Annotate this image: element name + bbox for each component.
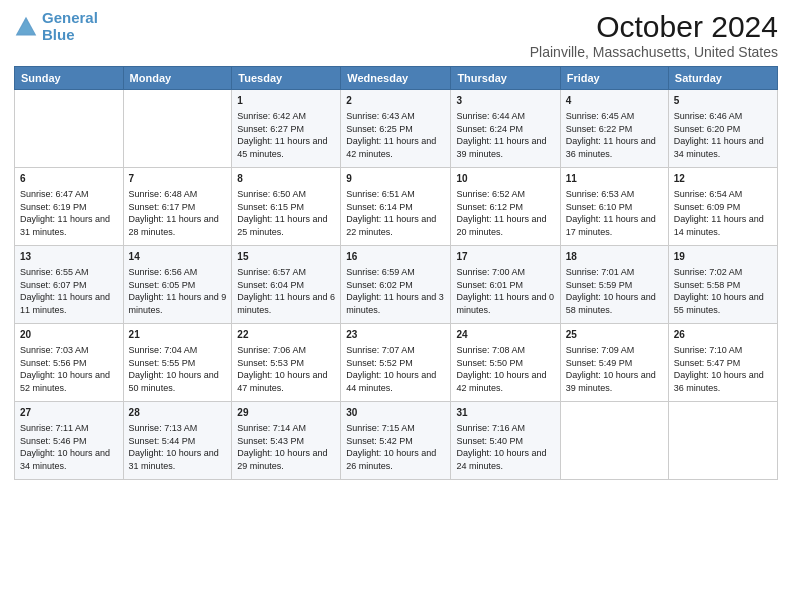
daylight-text: Daylight: 11 hours and 0 minutes. (456, 292, 554, 315)
sunrise-text: Sunrise: 6:56 AM (129, 267, 198, 277)
sunrise-text: Sunrise: 7:09 AM (566, 345, 635, 355)
day-number: 24 (456, 328, 554, 342)
day-number: 21 (129, 328, 227, 342)
sunset-text: Sunset: 5:49 PM (566, 358, 633, 368)
daylight-text: Daylight: 11 hours and 6 minutes. (237, 292, 335, 315)
sunrise-text: Sunrise: 6:52 AM (456, 189, 525, 199)
sunset-text: Sunset: 6:27 PM (237, 124, 304, 134)
calendar-cell: 20Sunrise: 7:03 AMSunset: 5:56 PMDayligh… (15, 324, 124, 402)
sunset-text: Sunset: 5:44 PM (129, 436, 196, 446)
sunset-text: Sunset: 6:09 PM (674, 202, 741, 212)
daylight-text: Daylight: 10 hours and 39 minutes. (566, 370, 656, 393)
sunrise-text: Sunrise: 6:55 AM (20, 267, 89, 277)
sunset-text: Sunset: 6:02 PM (346, 280, 413, 290)
weekday-monday: Monday (123, 67, 232, 90)
sunrise-text: Sunrise: 7:03 AM (20, 345, 89, 355)
calendar-cell: 1Sunrise: 6:42 AMSunset: 6:27 PMDaylight… (232, 90, 341, 168)
daylight-text: Daylight: 11 hours and 11 minutes. (20, 292, 110, 315)
calendar-cell: 30Sunrise: 7:15 AMSunset: 5:42 PMDayligh… (341, 402, 451, 480)
sunrise-text: Sunrise: 7:04 AM (129, 345, 198, 355)
sunset-text: Sunset: 6:24 PM (456, 124, 523, 134)
daylight-text: Daylight: 11 hours and 9 minutes. (129, 292, 227, 315)
daylight-text: Daylight: 10 hours and 44 minutes. (346, 370, 436, 393)
calendar-cell: 16Sunrise: 6:59 AMSunset: 6:02 PMDayligh… (341, 246, 451, 324)
calendar-cell: 25Sunrise: 7:09 AMSunset: 5:49 PMDayligh… (560, 324, 668, 402)
day-number: 7 (129, 172, 227, 186)
sunset-text: Sunset: 6:07 PM (20, 280, 87, 290)
sunrise-text: Sunrise: 7:13 AM (129, 423, 198, 433)
day-number: 12 (674, 172, 772, 186)
calendar-cell (668, 402, 777, 480)
calendar-row-2: 13Sunrise: 6:55 AMSunset: 6:07 PMDayligh… (15, 246, 778, 324)
day-number: 29 (237, 406, 335, 420)
weekday-saturday: Saturday (668, 67, 777, 90)
daylight-text: Daylight: 11 hours and 22 minutes. (346, 214, 436, 237)
sunset-text: Sunset: 5:50 PM (456, 358, 523, 368)
sunrise-text: Sunrise: 7:10 AM (674, 345, 743, 355)
logo: General Blue (14, 10, 98, 43)
calendar-cell: 10Sunrise: 6:52 AMSunset: 6:12 PMDayligh… (451, 168, 560, 246)
sunrise-text: Sunrise: 6:45 AM (566, 111, 635, 121)
sunset-text: Sunset: 5:59 PM (566, 280, 633, 290)
daylight-text: Daylight: 11 hours and 20 minutes. (456, 214, 546, 237)
day-number: 10 (456, 172, 554, 186)
title-block: October 2024 Plainville, Massachusetts, … (530, 10, 778, 60)
calendar-cell: 24Sunrise: 7:08 AMSunset: 5:50 PMDayligh… (451, 324, 560, 402)
day-number: 17 (456, 250, 554, 264)
sunrise-text: Sunrise: 6:48 AM (129, 189, 198, 199)
calendar-row-4: 27Sunrise: 7:11 AMSunset: 5:46 PMDayligh… (15, 402, 778, 480)
sunrise-text: Sunrise: 6:44 AM (456, 111, 525, 121)
daylight-text: Daylight: 10 hours and 58 minutes. (566, 292, 656, 315)
calendar-cell: 15Sunrise: 6:57 AMSunset: 6:04 PMDayligh… (232, 246, 341, 324)
sunrise-text: Sunrise: 6:57 AM (237, 267, 306, 277)
sunset-text: Sunset: 5:55 PM (129, 358, 196, 368)
calendar-cell: 14Sunrise: 6:56 AMSunset: 6:05 PMDayligh… (123, 246, 232, 324)
sunset-text: Sunset: 6:22 PM (566, 124, 633, 134)
calendar-cell: 2Sunrise: 6:43 AMSunset: 6:25 PMDaylight… (341, 90, 451, 168)
sunrise-text: Sunrise: 7:01 AM (566, 267, 635, 277)
sunrise-text: Sunrise: 7:06 AM (237, 345, 306, 355)
calendar-cell: 11Sunrise: 6:53 AMSunset: 6:10 PMDayligh… (560, 168, 668, 246)
weekday-tuesday: Tuesday (232, 67, 341, 90)
sunrise-text: Sunrise: 6:50 AM (237, 189, 306, 199)
calendar-cell: 19Sunrise: 7:02 AMSunset: 5:58 PMDayligh… (668, 246, 777, 324)
daylight-text: Daylight: 10 hours and 42 minutes. (456, 370, 546, 393)
sunrise-text: Sunrise: 6:42 AM (237, 111, 306, 121)
sunrise-text: Sunrise: 6:59 AM (346, 267, 415, 277)
sunrise-text: Sunrise: 7:02 AM (674, 267, 743, 277)
daylight-text: Daylight: 10 hours and 31 minutes. (129, 448, 219, 471)
daylight-text: Daylight: 10 hours and 55 minutes. (674, 292, 764, 315)
calendar-cell: 26Sunrise: 7:10 AMSunset: 5:47 PMDayligh… (668, 324, 777, 402)
sunset-text: Sunset: 5:40 PM (456, 436, 523, 446)
sunset-text: Sunset: 6:12 PM (456, 202, 523, 212)
sunset-text: Sunset: 5:46 PM (20, 436, 87, 446)
sunset-text: Sunset: 6:25 PM (346, 124, 413, 134)
day-number: 5 (674, 94, 772, 108)
calendar-cell: 23Sunrise: 7:07 AMSunset: 5:52 PMDayligh… (341, 324, 451, 402)
daylight-text: Daylight: 11 hours and 14 minutes. (674, 214, 764, 237)
calendar-cell (560, 402, 668, 480)
logo-line2: Blue (42, 26, 75, 43)
daylight-text: Daylight: 10 hours and 26 minutes. (346, 448, 436, 471)
calendar-cell: 3Sunrise: 6:44 AMSunset: 6:24 PMDaylight… (451, 90, 560, 168)
daylight-text: Daylight: 11 hours and 36 minutes. (566, 136, 656, 159)
daylight-text: Daylight: 10 hours and 52 minutes. (20, 370, 110, 393)
daylight-text: Daylight: 10 hours and 50 minutes. (129, 370, 219, 393)
sunrise-text: Sunrise: 7:16 AM (456, 423, 525, 433)
sunset-text: Sunset: 6:17 PM (129, 202, 196, 212)
day-number: 1 (237, 94, 335, 108)
daylight-text: Daylight: 11 hours and 45 minutes. (237, 136, 327, 159)
weekday-wednesday: Wednesday (341, 67, 451, 90)
calendar-cell: 29Sunrise: 7:14 AMSunset: 5:43 PMDayligh… (232, 402, 341, 480)
logo-icon (14, 15, 38, 39)
sunset-text: Sunset: 5:43 PM (237, 436, 304, 446)
day-number: 9 (346, 172, 445, 186)
sunrise-text: Sunrise: 6:53 AM (566, 189, 635, 199)
day-number: 6 (20, 172, 118, 186)
calendar-row-1: 6Sunrise: 6:47 AMSunset: 6:19 PMDaylight… (15, 168, 778, 246)
calendar-cell (15, 90, 124, 168)
logo-line1: General (42, 9, 98, 26)
sunrise-text: Sunrise: 6:51 AM (346, 189, 415, 199)
day-number: 27 (20, 406, 118, 420)
daylight-text: Daylight: 10 hours and 47 minutes. (237, 370, 327, 393)
